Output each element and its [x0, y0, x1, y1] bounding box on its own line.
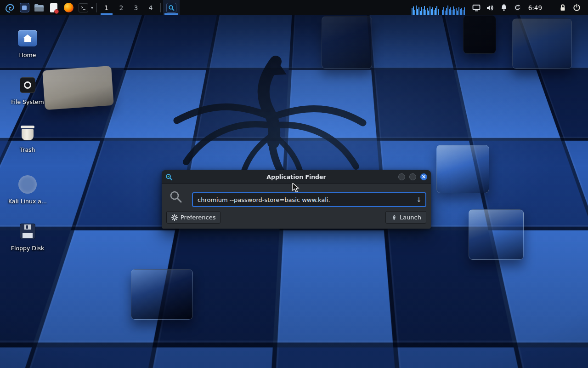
chevron-down-icon[interactable]: ▾ — [91, 5, 93, 10]
document-icon — [50, 3, 57, 12]
panel-separator — [96, 3, 97, 12]
workspace-3[interactable]: 3 — [129, 0, 143, 15]
kali-logo-icon — [5, 3, 15, 13]
search-input[interactable]: chromium --password-store=basic www.kali… — [192, 192, 426, 207]
firefox-icon — [64, 3, 74, 12]
launch-icon — [390, 214, 397, 221]
preferences-button[interactable]: Preferences — [166, 211, 220, 224]
maximize-button[interactable] — [409, 173, 416, 180]
edit-badge — [54, 9, 59, 14]
search-input-value: chromium --password-store=basic www.kali… — [198, 196, 330, 203]
applications-menu-button[interactable] — [2, 0, 17, 15]
text-editor-launcher[interactable] — [46, 0, 61, 15]
speaker-icon — [486, 4, 494, 12]
desktop-icon-floppy-disk[interactable]: Floppy Disk — [4, 221, 51, 252]
taskbar-application-finder[interactable] — [163, 0, 180, 15]
refresh-icon — [514, 4, 521, 12]
window-title: Application Finder — [162, 173, 431, 180]
desktop-icon-home[interactable]: Home — [4, 28, 51, 58]
panel-separator — [160, 3, 161, 12]
file-manager-launcher[interactable] — [32, 0, 46, 15]
minimize-button[interactable] — [398, 173, 405, 180]
titlebar[interactable]: Application Finder × — [162, 170, 431, 184]
launch-button[interactable]: Launch — [385, 211, 426, 224]
desktop-icon-trash[interactable]: Trash — [4, 122, 51, 153]
application-finder-task-icon — [166, 3, 176, 13]
desktop-icon-label: Kali Linux a... — [4, 198, 51, 205]
bell-icon — [500, 4, 508, 12]
kali-docs-icon — [4, 174, 51, 195]
workspace-1[interactable]: 1 — [99, 0, 114, 15]
panel-right: 6:49 — [412, 0, 588, 15]
home-icon — [4, 28, 51, 49]
terminal-icon: >_ — [79, 3, 88, 12]
window-controls: × — [394, 173, 427, 180]
preferences-label: Preferences — [181, 214, 215, 221]
desktop-icon-kali-linux[interactable]: Kali Linux a... — [4, 174, 51, 205]
panel-left: >_ ▾ 1 2 3 4 — [0, 0, 180, 15]
desktop-icon-label: Floppy Disk — [4, 245, 51, 252]
session-logout-tray-item[interactable] — [570, 0, 583, 15]
system-load-graph[interactable] — [412, 0, 466, 15]
desktop-icon-label: File System — [4, 98, 51, 105]
mouse-cursor — [292, 183, 300, 193]
launch-label: Launch — [400, 214, 421, 221]
screen-lock-tray-item[interactable] — [556, 0, 570, 15]
desktop: Home File System Trash Kali Linux a... F… — [0, 0, 588, 368]
volume-tray-item[interactable] — [483, 0, 497, 15]
terminal-launcher[interactable]: >_ — [76, 0, 90, 15]
folder-icon — [34, 4, 44, 12]
firefox-launcher[interactable] — [61, 0, 76, 15]
search-icon — [169, 190, 183, 204]
application-finder-window: Application Finder × chromium --password… — [162, 170, 431, 229]
workspace-2[interactable]: 2 — [114, 0, 129, 15]
notifications-tray-item[interactable] — [497, 0, 511, 15]
dropdown-arrow-icon[interactable]: ↓ — [416, 193, 422, 206]
close-button[interactable]: × — [420, 173, 427, 180]
updates-tray-item[interactable] — [511, 0, 525, 15]
file-system-icon — [4, 75, 51, 96]
launcher-workspace-icon[interactable] — [17, 0, 32, 15]
workspace-4[interactable]: 4 — [143, 0, 158, 15]
desktop-icon-label: Home — [4, 52, 51, 58]
floppy-disk-icon — [4, 221, 51, 242]
display-icon — [472, 4, 481, 12]
application-finder-icon — [165, 173, 173, 181]
desktop-icon-label: Trash — [4, 146, 51, 153]
trash-icon — [4, 122, 51, 144]
top-panel: >_ ▾ 1 2 3 4 — [0, 0, 588, 15]
window-icon — [20, 3, 29, 12]
lock-icon — [559, 4, 566, 12]
gear-icon — [171, 214, 178, 221]
power-icon — [573, 4, 581, 12]
text-caret — [331, 196, 331, 203]
desktop-icon-file-system[interactable]: File System — [4, 75, 51, 105]
display-settings-tray-item[interactable] — [469, 0, 483, 15]
clock[interactable]: 6:49 — [525, 0, 546, 15]
